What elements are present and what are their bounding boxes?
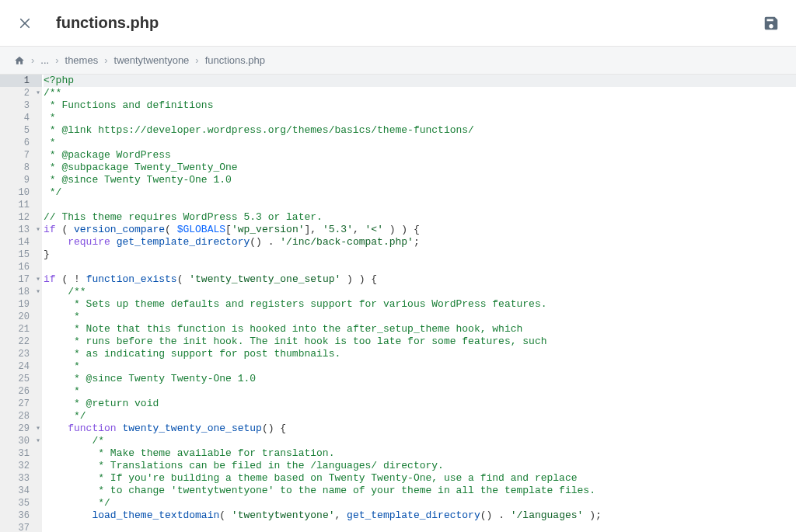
line-number: 10: [0, 186, 42, 199]
code-line[interactable]: */: [44, 410, 796, 422]
line-number: 8: [0, 162, 42, 174]
fold-marker-icon[interactable]: ▾: [36, 286, 40, 298]
line-number: 32: [0, 460, 42, 472]
line-number: 18▾: [0, 286, 42, 298]
code-line[interactable]: * Translations can be filed in the /lang…: [44, 460, 796, 472]
line-number: 21: [0, 323, 42, 336]
line-number: 13▾: [0, 224, 42, 236]
line-number: 6: [0, 137, 42, 149]
line-number-gutter: 12▾345678910111213▾14151617▾18▾192021222…: [0, 75, 42, 532]
line-number: 14: [0, 236, 42, 249]
code-line[interactable]: /**: [44, 87, 796, 99]
line-number: 20: [0, 311, 42, 323]
code-line[interactable]: *: [44, 112, 796, 124]
line-number: 3: [0, 99, 42, 112]
chevron-right-icon: ›: [195, 54, 198, 66]
code-line[interactable]: * runs before the init hook. The init ho…: [44, 336, 796, 348]
fold-marker-icon[interactable]: ▾: [36, 435, 40, 447]
line-number: 22: [0, 336, 42, 348]
line-number: 37: [0, 522, 42, 532]
line-number: 1: [0, 75, 42, 87]
close-icon: [18, 16, 32, 30]
code-line[interactable]: * @package WordPress: [44, 149, 796, 162]
code-line[interactable]: <?php: [44, 75, 796, 87]
save-button[interactable]: [759, 11, 784, 36]
line-number: 33: [0, 472, 42, 485]
code-line[interactable]: if ( ! function_exists( 'twenty_twenty_o…: [44, 273, 796, 286]
code-line[interactable]: * @subpackage Twenty_Twenty_One: [44, 162, 796, 174]
code-line[interactable]: */: [44, 497, 796, 509]
fold-marker-icon[interactable]: ▾: [36, 422, 40, 435]
line-number: 27: [0, 398, 42, 410]
line-number: 36: [0, 509, 42, 522]
chevron-right-icon: ›: [55, 54, 58, 66]
code-line[interactable]: * to change 'twentytwentyone' to the nam…: [44, 485, 796, 497]
line-number: 2▾: [0, 87, 42, 99]
code-line[interactable]: * as indicating support for post thumbna…: [44, 348, 796, 360]
page-title: functions.php: [56, 14, 759, 32]
code-line[interactable]: * Sets up theme defaults and registers s…: [44, 298, 796, 311]
line-number: 28: [0, 410, 42, 422]
line-number: 30▾: [0, 435, 42, 447]
line-number: 24: [0, 360, 42, 373]
code-line[interactable]: /*: [44, 435, 796, 447]
breadcrumb-item[interactable]: themes: [65, 54, 99, 66]
breadcrumb-item[interactable]: twentytwentyone: [114, 54, 190, 66]
line-number: 29▾: [0, 422, 42, 435]
line-number: 34: [0, 485, 42, 497]
code-line[interactable]: * Note that this function is hooked into…: [44, 323, 796, 336]
editor-header: functions.php: [0, 0, 796, 47]
line-number: 31: [0, 447, 42, 460]
fold-marker-icon[interactable]: ▾: [36, 87, 40, 99]
line-number: 23: [0, 348, 42, 360]
code-line[interactable]: * @since Twenty Twenty-One 1.0: [44, 373, 796, 385]
line-number: 26: [0, 385, 42, 398]
fold-marker-icon[interactable]: ▾: [36, 224, 40, 236]
code-line[interactable]: load_theme_textdomain( 'twentytwentyone'…: [44, 509, 796, 522]
line-number: 19: [0, 298, 42, 311]
line-number: 4: [0, 112, 42, 124]
breadcrumb-item[interactable]: functions.php: [205, 54, 265, 66]
code-line[interactable]: [44, 261, 796, 273]
code-line[interactable]: [44, 199, 796, 211]
code-line[interactable]: }: [44, 249, 796, 261]
code-line[interactable]: * If you're building a theme based on Tw…: [44, 472, 796, 485]
chevron-right-icon: ›: [104, 54, 107, 66]
code-line[interactable]: /**: [44, 286, 796, 298]
code-line[interactable]: * @link https://developer.wordpress.org/…: [44, 124, 796, 137]
line-number: 35: [0, 497, 42, 509]
line-number: 16: [0, 261, 42, 273]
code-editor[interactable]: 12▾345678910111213▾14151617▾18▾192021222…: [0, 75, 796, 532]
breadcrumb: › ... › themes › twentytwentyone › funct…: [0, 47, 796, 75]
code-line[interactable]: * Functions and definitions: [44, 99, 796, 112]
code-line[interactable]: // This theme requires WordPress 5.3 or …: [44, 211, 796, 224]
home-icon[interactable]: [14, 55, 25, 66]
line-number: 25: [0, 373, 42, 385]
line-number: 5: [0, 124, 42, 137]
save-icon: [763, 15, 780, 32]
code-line[interactable]: function twenty_twenty_one_setup() {: [44, 422, 796, 435]
code-line[interactable]: *: [44, 311, 796, 323]
code-line[interactable]: *: [44, 385, 796, 398]
code-line[interactable]: [44, 522, 796, 532]
code-line[interactable]: require get_template_directory() . '/inc…: [44, 236, 796, 249]
code-content[interactable]: <?php/** * Functions and definitions * *…: [42, 75, 796, 532]
line-number: 15: [0, 249, 42, 261]
breadcrumb-ellipsis[interactable]: ...: [40, 54, 49, 66]
code-line[interactable]: * @since Twenty Twenty-One 1.0: [44, 174, 796, 186]
code-line[interactable]: */: [44, 186, 796, 199]
code-line[interactable]: *: [44, 360, 796, 373]
code-line[interactable]: * Make theme available for translation.: [44, 447, 796, 460]
fold-marker-icon[interactable]: ▾: [36, 273, 40, 286]
line-number: 17▾: [0, 273, 42, 286]
line-number: 7: [0, 149, 42, 162]
code-line[interactable]: * @return void: [44, 398, 796, 410]
close-button[interactable]: [12, 11, 37, 36]
line-number: 12: [0, 211, 42, 224]
line-number: 11: [0, 199, 42, 211]
code-line[interactable]: if ( version_compare( $GLOBALS['wp_versi…: [44, 224, 796, 236]
code-line[interactable]: *: [44, 137, 796, 149]
chevron-right-icon: ›: [31, 54, 34, 66]
line-number: 9: [0, 174, 42, 186]
